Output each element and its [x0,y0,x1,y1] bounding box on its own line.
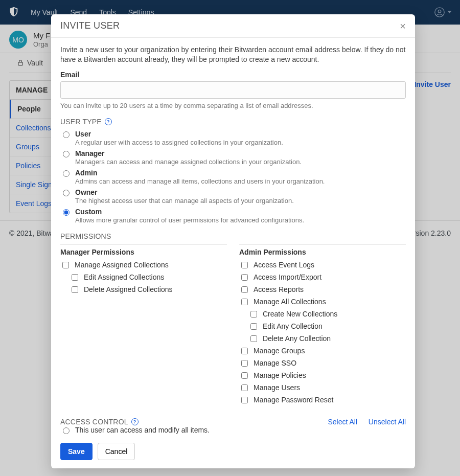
user-type-title: USER TYPE [60,118,102,126]
user-type-admin-radio[interactable] [63,170,70,177]
info-icon[interactable]: ? [105,118,112,125]
user-type-custom-label: Custom [75,208,304,216]
user-type-owner-desc: The highest access user that can manage … [75,197,294,205]
user-type-manager-radio[interactable] [63,151,70,157]
invite-user-modal: INVITE USER × Invite a new user to your … [51,14,415,245]
close-icon[interactable]: × [400,21,406,31]
user-type-admin-label: Admin [75,169,325,177]
admin-permissions-col: Admin Permissions Access Event LogsAcces… [239,244,406,245]
user-type-user-label: User [75,130,283,138]
permissions-title: PERMISSIONS [60,232,111,240]
modal-intro: Invite a new user to your organization b… [60,45,406,64]
user-type-manager-desc: Managers can access and manage assigned … [75,158,302,166]
user-type-admin-desc: Admins can access and manage all items, … [75,177,325,185]
email-hint: You can invite up to 20 users at a time … [60,102,406,109]
user-type-custom-radio[interactable] [63,209,70,216]
email-label: Email [60,71,406,79]
user-type-user-desc: A regular user with access to assigned c… [75,139,283,146]
modal-title: INVITE USER [60,20,120,31]
user-type-user-radio[interactable] [63,131,70,138]
user-type-custom-desc: Allows more granular control of user per… [75,216,304,224]
user-type-owner-radio[interactable] [63,190,70,196]
manager-permissions-col: Manager Permissions Manage Assigned Coll… [60,244,227,245]
email-input[interactable] [60,81,406,99]
user-type-manager-label: Manager [75,149,302,157]
user-type-owner-label: Owner [75,188,294,196]
